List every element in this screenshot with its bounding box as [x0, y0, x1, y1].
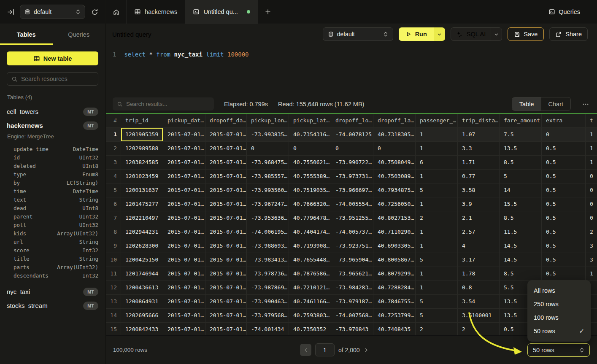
rows-menu-item[interactable]: 50 rows✓: [527, 324, 591, 338]
cell[interactable]: -73.953636…: [247, 211, 289, 225]
column-header-trip_id[interactable]: trip_id: [121, 114, 163, 127]
sidebar-item-stocks_stream[interactable]: stocks_stream MT: [7, 299, 98, 313]
cell[interactable]: 8.5: [500, 267, 542, 280]
cell[interactable]: 0.5: [542, 253, 586, 267]
cell[interactable]: 15.5: [500, 197, 542, 211]
cell[interactable]: 0.5: [542, 267, 586, 280]
cell[interactable]: 3: [586, 253, 597, 267]
cell[interactable]: -73.979568…: [247, 309, 289, 322]
cell[interactable]: -73.973731…: [331, 170, 373, 183]
cell[interactable]: 1: [416, 170, 458, 183]
cell[interactable]: 2015-07-01…: [205, 267, 247, 280]
row-number[interactable]: 1: [106, 128, 121, 141]
cell[interactable]: 2015-07-01…: [205, 225, 247, 239]
tab-hackernews[interactable]: hackernews: [127, 0, 185, 24]
cell[interactable]: 3.6100001: [458, 309, 500, 322]
cell[interactable]: 0: [586, 170, 597, 183]
cell[interactable]: 2015-07-01…: [205, 253, 247, 267]
cell[interactable]: 40.7404174…: [289, 225, 331, 239]
cell[interactable]: 3: [586, 239, 597, 253]
cell[interactable]: 2015-07-01…: [163, 225, 205, 239]
cell[interactable]: 11.5: [500, 225, 542, 239]
collapse-sidebar-button[interactable]: [5, 6, 16, 17]
cell[interactable]: 40.8079299…: [373, 267, 416, 280]
refresh-button[interactable]: [89, 6, 100, 17]
cell[interactable]: -74.006195…: [247, 225, 289, 239]
cell[interactable]: 2015-07-01…: [163, 128, 205, 141]
cell[interactable]: 2015-07-01…: [205, 128, 247, 141]
cell[interactable]: -74.007568…: [331, 309, 373, 322]
column-header-t[interactable]: t: [586, 114, 597, 127]
cell[interactable]: 1: [416, 267, 458, 280]
cell[interactable]: 2015-07-01…: [163, 183, 205, 197]
column-header-trip_dista[interactable]: trip_dista…: [458, 114, 500, 127]
tab-home[interactable]: [106, 0, 127, 24]
cell[interactable]: 0: [586, 183, 597, 197]
cell[interactable]: 1: [586, 128, 597, 141]
cell[interactable]: 40.7110290…: [373, 225, 416, 239]
row-number[interactable]: 4: [106, 170, 121, 183]
sql-ai-options-button[interactable]: [491, 28, 502, 40]
cell[interactable]: 2: [416, 323, 458, 335]
cell[interactable]: 2: [586, 225, 597, 239]
sidebar-item-hackernews[interactable]: hackernews MT: [7, 119, 98, 132]
cell[interactable]: 0.5: [542, 170, 586, 183]
cell[interactable]: 13.5: [500, 142, 542, 155]
cell[interactable]: 0: [373, 142, 416, 155]
cell[interactable]: 2015-07-01…: [163, 211, 205, 225]
cell[interactable]: 1200425150: [121, 253, 163, 267]
row-number[interactable]: 13: [106, 295, 121, 308]
row-number[interactable]: 12: [106, 281, 121, 294]
cell[interactable]: 2.1: [458, 211, 500, 225]
row-number[interactable]: 14: [106, 309, 121, 322]
cell[interactable]: -73.966697…: [331, 183, 373, 197]
cell[interactable]: 1202944231: [121, 225, 163, 239]
row-number[interactable]: 8: [106, 225, 121, 239]
results-search-input[interactable]: [126, 101, 210, 107]
cell[interactable]: 14.5: [500, 239, 542, 253]
prev-page-button[interactable]: [300, 344, 311, 356]
cell[interactable]: 3.58: [458, 183, 500, 197]
cell[interactable]: -74.0078125: [331, 128, 373, 141]
cell[interactable]: 40.7408435: [373, 323, 416, 335]
cell[interactable]: 2015-07-01…: [163, 197, 205, 211]
column-header-dropoff_la[interactable]: dropoff_la…: [373, 114, 416, 127]
column-header-dropoff_lo[interactable]: dropoff_lo…: [331, 114, 373, 127]
cell[interactable]: 7.5: [500, 128, 542, 141]
cell[interactable]: 1.07: [458, 128, 500, 141]
cell[interactable]: 1202695666: [121, 309, 163, 322]
cell[interactable]: 1: [416, 225, 458, 239]
cell[interactable]: 40.7846755…: [373, 295, 416, 308]
cell[interactable]: -74.005737…: [331, 225, 373, 239]
sidebar-tab-queries[interactable]: Queries: [53, 24, 105, 45]
cell[interactable]: 0.5: [542, 225, 586, 239]
cell[interactable]: 1200436613: [121, 281, 163, 294]
cell[interactable]: -73.923751…: [331, 239, 373, 253]
database-selector[interactable]: default: [20, 5, 85, 19]
new-tab-button[interactable]: [258, 0, 278, 24]
cell[interactable]: -73.993560…: [247, 183, 289, 197]
cell[interactable]: -73.985557…: [247, 170, 289, 183]
cell[interactable]: -73.990722…: [331, 156, 373, 169]
cell[interactable]: 40.7508049…: [373, 156, 416, 169]
cell[interactable]: 40.6903305…: [373, 239, 416, 253]
view-toggle-chart[interactable]: Chart: [541, 97, 570, 111]
cell[interactable]: 0.5: [542, 142, 586, 155]
cell[interactable]: 1.71: [458, 156, 500, 169]
cell[interactable]: -73.965904…: [331, 253, 373, 267]
cell[interactable]: 1: [416, 281, 458, 294]
cell[interactable]: -73.967247…: [247, 197, 289, 211]
cell[interactable]: 40.7193908…: [289, 239, 331, 253]
rows-menu-item[interactable]: 100 rows: [527, 311, 591, 324]
save-button[interactable]: Save: [508, 27, 544, 41]
cell[interactable]: 3.54: [458, 295, 500, 308]
cell[interactable]: 14.5: [500, 253, 542, 267]
cell[interactable]: -73.965621…: [331, 267, 373, 280]
row-number[interactable]: 11: [106, 267, 121, 280]
cell[interactable]: 40.7934875…: [373, 183, 416, 197]
column-header-passenger_[interactable]: passenger_…: [416, 114, 458, 127]
cell[interactable]: 3.9: [458, 197, 500, 211]
cell[interactable]: 1202989588: [121, 142, 163, 155]
column-header-pickup_dat[interactable]: pickup_dat…: [163, 114, 205, 127]
cell[interactable]: -73.978736…: [247, 267, 289, 280]
